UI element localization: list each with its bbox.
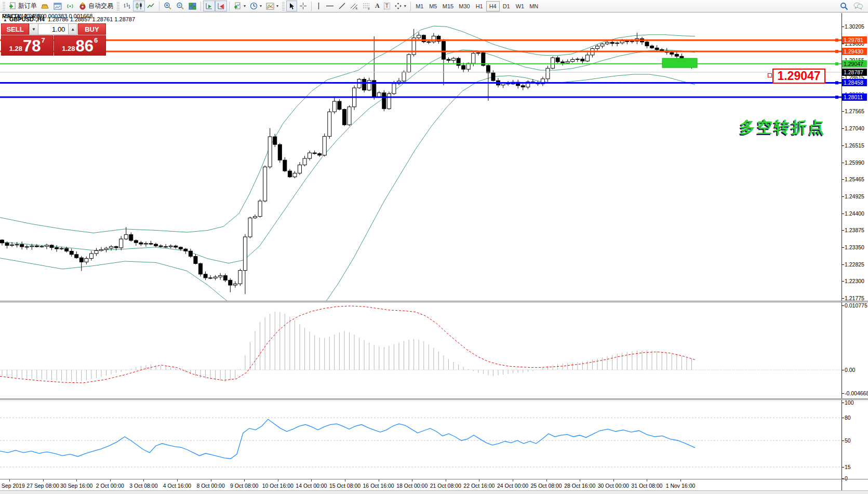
search-icon[interactable]	[840, 2, 848, 10]
buy-price-big: 86	[76, 38, 94, 54]
timeframe-bar: M1M5M15M30H1H4D1W1MN	[413, 1, 541, 11]
fibonacci-icon: F	[363, 2, 371, 10]
time-tick	[412, 479, 412, 482]
indicators-button[interactable]: ▾	[232, 1, 248, 11]
volume-increase-button[interactable]: ▲	[68, 23, 77, 35]
periods-button[interactable]: ▾	[248, 1, 264, 11]
green-highlight-rect	[662, 58, 697, 68]
rsi-pane[interactable]	[0, 400, 842, 479]
timeframe-button-mn[interactable]: MN	[527, 1, 541, 11]
rsi-line	[0, 419, 695, 459]
time-tick	[379, 479, 379, 482]
time-tick	[9, 479, 10, 482]
horizontal-line-tool-button[interactable]	[324, 1, 336, 11]
sell-price-small: 1.28	[9, 45, 22, 52]
arrows-dropdown-caret[interactable]: ▾	[404, 4, 406, 8]
zoom-in-button[interactable]	[162, 1, 174, 11]
hline-anchor-node[interactable]	[768, 73, 772, 77]
text-label-tool-button[interactable]: T	[382, 1, 392, 11]
timeframe-button-m30[interactable]: M30	[456, 1, 472, 11]
time-tick	[43, 479, 44, 482]
auto-scroll-icon	[205, 3, 213, 10]
channel-tool-button[interactable]: E	[348, 1, 360, 11]
timeframe-button-m1[interactable]: M1	[413, 1, 426, 11]
arrows-tool-button[interactable]: ▾	[392, 1, 408, 11]
templates-button[interactable]: ▾	[264, 1, 281, 11]
timeframe-button-h1[interactable]: H1	[473, 1, 486, 11]
volume-input[interactable]: 1.00	[38, 23, 69, 35]
trendline-tool-button[interactable]	[336, 1, 348, 11]
auto-scroll-button[interactable]	[203, 1, 215, 11]
candlestick-icon	[135, 2, 143, 10]
pane-separator[interactable]	[0, 479, 868, 479]
pane-separator[interactable]	[0, 302, 868, 302]
time-label: 1 Nov 16:00	[666, 483, 696, 489]
timeframe-button-w1[interactable]: W1	[513, 1, 527, 11]
new-order-button[interactable]: 新订单	[7, 1, 39, 11]
time-label: 15 Oct 08:00	[329, 483, 360, 489]
macd-pane[interactable]	[0, 303, 842, 398]
charts-button[interactable]	[51, 1, 64, 11]
buy-price-display[interactable]: 1.28 86 6	[54, 35, 106, 56]
time-label: 14 Oct 00:00	[296, 483, 327, 489]
signal-icon	[66, 3, 74, 10]
sell-button[interactable]: SELL	[1, 23, 29, 35]
market-watch-button[interactable]	[39, 1, 51, 11]
price-tick: 1.30205	[845, 24, 867, 30]
sell-price-big: 78	[23, 38, 41, 54]
time-tick	[680, 479, 681, 482]
buy-price-small: 1.28	[62, 45, 75, 52]
zoom-in-icon	[164, 2, 172, 10]
equidistant-channel-icon: E	[350, 2, 358, 10]
timeframe-button-h4[interactable]: H4	[486, 1, 500, 11]
time-tick	[278, 479, 278, 482]
vertical-line-tool-button[interactable]	[314, 1, 324, 11]
price-tick: 1.23875	[845, 228, 867, 233]
svg-text:E: E	[356, 7, 358, 10]
price-level-chip[interactable]: 1.29781	[842, 36, 867, 44]
time-tick	[110, 479, 111, 482]
periods-dropdown-caret[interactable]: ▾	[260, 4, 262, 8]
main-toolbar: 新订单 自动交易 ▾ ▾	[0, 0, 868, 12]
pane-separator[interactable]	[0, 399, 868, 400]
bar-chart-type-button[interactable]	[121, 1, 133, 11]
signals-button[interactable]	[64, 1, 76, 11]
fibonacci-tool-button[interactable]: F	[360, 1, 373, 11]
time-label: 28 Oct 16:00	[564, 483, 595, 489]
line-chart-type-button[interactable]	[145, 1, 157, 11]
timeframe-button-m15[interactable]: M15	[440, 1, 456, 11]
chart-shift-button[interactable]	[215, 1, 227, 11]
price-callout-box[interactable]: 1.29047	[772, 69, 825, 84]
price-level-chip[interactable]: 1.29047	[842, 60, 867, 68]
autotrading-button[interactable]: 自动交易	[76, 1, 115, 11]
sell-price-display[interactable]: 1.28 78 7	[1, 35, 54, 56]
collapse-arrow-icon[interactable]: ▲	[3, 18, 7, 22]
crosshair-tool-button[interactable]	[297, 1, 309, 11]
cursor-tool-button[interactable]	[286, 1, 297, 11]
candle-chart-type-button[interactable]	[133, 1, 145, 11]
chat-icon[interactable]	[853, 2, 863, 10]
time-tick	[76, 479, 77, 482]
price-level-chip[interactable]: 1.28458	[842, 79, 867, 86]
indicators-dropdown-caret[interactable]: ▾	[244, 4, 246, 8]
rsi-tick: 80	[845, 415, 867, 421]
volume-decrease-button[interactable]: ▼	[29, 23, 38, 35]
price-level-chip[interactable]: 1.28011	[842, 94, 867, 101]
tile-windows-icon	[189, 3, 196, 10]
templates-dropdown-caret[interactable]: ▾	[276, 4, 278, 8]
text-tool-icon: A	[375, 2, 380, 10]
text-tool-button[interactable]: A	[373, 1, 382, 11]
timeframe-button-d1[interactable]: D1	[500, 1, 513, 11]
time-tick	[311, 479, 312, 482]
time-label: 30 Oct 00:00	[598, 483, 629, 489]
zoom-out-button[interactable]	[174, 1, 186, 11]
timeframe-button-m5[interactable]: M5	[426, 1, 440, 11]
price-tick: 1.25465	[845, 177, 867, 182]
rsi-tick: 15	[845, 464, 867, 470]
price-level-chip[interactable]: 1.28787	[842, 69, 867, 76]
buy-button[interactable]: BUY	[78, 23, 106, 35]
price-level-chip[interactable]: 1.29430	[842, 48, 867, 55]
chart-area[interactable]: ▲GBPUSD-,H4 1.28786 1.28857 1.28761 1.28…	[0, 13, 868, 494]
tile-windows-button[interactable]	[186, 1, 198, 11]
price-pane[interactable]	[0, 14, 842, 301]
